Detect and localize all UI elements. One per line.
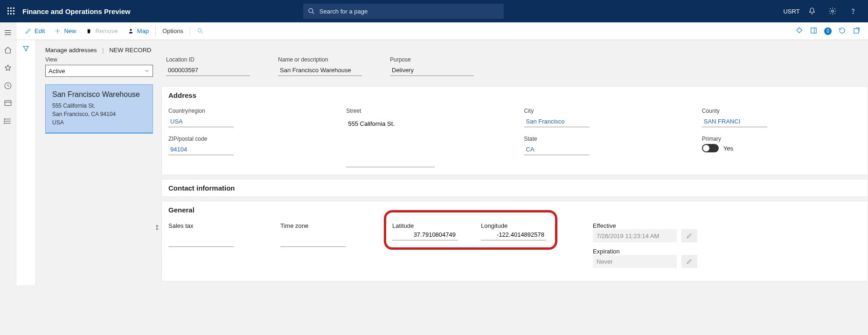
section-general-header[interactable]: General	[162, 201, 868, 219]
refresh-icon[interactable]	[838, 27, 846, 36]
help-icon[interactable]	[843, 0, 863, 22]
expiration-field	[593, 255, 677, 268]
effective-label: Effective	[593, 222, 697, 229]
svg-rect-0	[7, 7, 9, 9]
country-field[interactable]	[168, 116, 234, 127]
popout-icon[interactable]	[853, 27, 861, 36]
name-value[interactable]: San Francisco Warehouse	[278, 65, 362, 76]
effective-edit-button[interactable]	[681, 229, 697, 242]
timezone-field[interactable]	[280, 236, 346, 247]
map-button[interactable]: Map	[123, 22, 153, 40]
edit-button[interactable]: Edit	[20, 22, 49, 40]
card-line: San Francisco, CA 94104	[52, 110, 146, 118]
svg-rect-3	[7, 10, 9, 12]
workspaces-icon[interactable]	[3, 99, 13, 108]
primary-value: Yes	[723, 145, 733, 152]
svg-line-29	[201, 32, 202, 33]
app-title: Finance and Operations Preview	[22, 7, 131, 15]
view-label: View	[45, 56, 153, 63]
state-field[interactable]	[524, 144, 590, 155]
search-icon	[197, 27, 204, 34]
street-field-extra[interactable]	[346, 156, 435, 167]
purpose-value[interactable]: Delivery	[390, 65, 474, 76]
section-contact: Contact information	[161, 179, 868, 197]
latitude-field[interactable]	[392, 229, 458, 240]
open-panel-icon[interactable]	[810, 27, 818, 36]
zip-field[interactable]	[168, 144, 234, 155]
svg-rect-32	[854, 28, 859, 33]
pencil-icon	[25, 27, 32, 34]
address-list-card[interactable]: San Francisco Warehouse 555 California S…	[45, 84, 153, 134]
city-field[interactable]	[524, 116, 590, 127]
section-address: Address Country/region ZIP/postal code	[161, 86, 868, 175]
county-field[interactable]	[702, 116, 767, 127]
global-search-input[interactable]	[319, 7, 499, 15]
settings-icon[interactable]	[822, 0, 843, 22]
pencil-icon	[686, 232, 693, 239]
purpose-label: Purpose	[390, 56, 474, 63]
county-label: County	[702, 108, 861, 114]
crumb-current: NEW RECORD	[109, 47, 151, 54]
nav-hamburger-icon[interactable]	[3, 28, 13, 37]
street-field[interactable]	[346, 118, 435, 129]
header-fields: Location ID 000003597 Name or descriptio…	[161, 56, 868, 82]
find-button[interactable]	[192, 22, 208, 40]
primary-label: Primary	[702, 136, 861, 142]
longitude-label: Longitude	[481, 222, 546, 229]
city-label: City	[524, 108, 683, 114]
options-button[interactable]: Options	[158, 22, 188, 40]
effective-field	[593, 229, 677, 242]
splitter-handle[interactable]: ▸▸	[156, 224, 159, 230]
left-rail	[0, 22, 16, 285]
funnel-icon[interactable]	[22, 45, 30, 285]
filter-column	[16, 40, 36, 285]
latitude-label: Latitude	[392, 222, 458, 229]
map-label: Map	[137, 27, 149, 34]
state-label: State	[524, 136, 683, 142]
favorites-icon[interactable]	[3, 63, 13, 73]
svg-point-11	[832, 10, 834, 13]
crumb-root[interactable]: Manage addresses	[45, 47, 97, 54]
longitude-field[interactable]	[481, 229, 546, 240]
section-address-header[interactable]: Address	[162, 87, 868, 104]
remove-button[interactable]: Remove	[81, 22, 122, 40]
app-launcher-icon[interactable]	[0, 0, 22, 22]
svg-line-10	[312, 12, 314, 14]
svg-rect-8	[13, 13, 14, 14]
svg-rect-2	[13, 7, 14, 9]
attachments-count[interactable]: 0	[824, 27, 832, 35]
location-id-label: Location ID	[166, 56, 250, 63]
card-line: USA	[52, 118, 146, 127]
chevron-down-icon	[144, 68, 150, 74]
remove-label: Remove	[95, 27, 118, 34]
svg-point-12	[853, 13, 853, 14]
trash-icon	[85, 27, 92, 34]
options-label: Options	[162, 27, 183, 34]
salestax-field[interactable]	[168, 236, 234, 247]
section-address-title: Address	[168, 91, 196, 99]
view-select[interactable]: Active	[45, 65, 153, 77]
primary-toggle[interactable]	[702, 144, 719, 152]
salestax-label: Sales tax	[168, 222, 262, 229]
new-button[interactable]: New	[49, 22, 81, 40]
new-label: New	[64, 27, 76, 34]
pencil-icon	[686, 258, 693, 265]
svg-rect-17	[5, 101, 11, 106]
notifications-icon[interactable]	[802, 0, 822, 22]
recent-icon[interactable]	[3, 81, 13, 90]
svg-point-23	[4, 121, 5, 122]
modules-icon[interactable]	[3, 116, 13, 126]
company-picker[interactable]: USRT	[781, 0, 802, 22]
street-label: Street	[346, 108, 505, 114]
home-icon[interactable]	[3, 46, 13, 55]
location-id-value[interactable]: 000003597	[166, 65, 250, 76]
global-search[interactable]	[303, 4, 504, 19]
svg-rect-6	[7, 13, 9, 14]
toolbar-divider	[155, 26, 156, 36]
expiration-edit-button[interactable]	[681, 255, 697, 268]
plus-icon	[54, 27, 61, 34]
svg-point-22	[4, 119, 5, 120]
diamond-icon[interactable]	[795, 27, 803, 36]
search-icon	[308, 7, 315, 15]
section-contact-header[interactable]: Contact information	[162, 179, 868, 197]
